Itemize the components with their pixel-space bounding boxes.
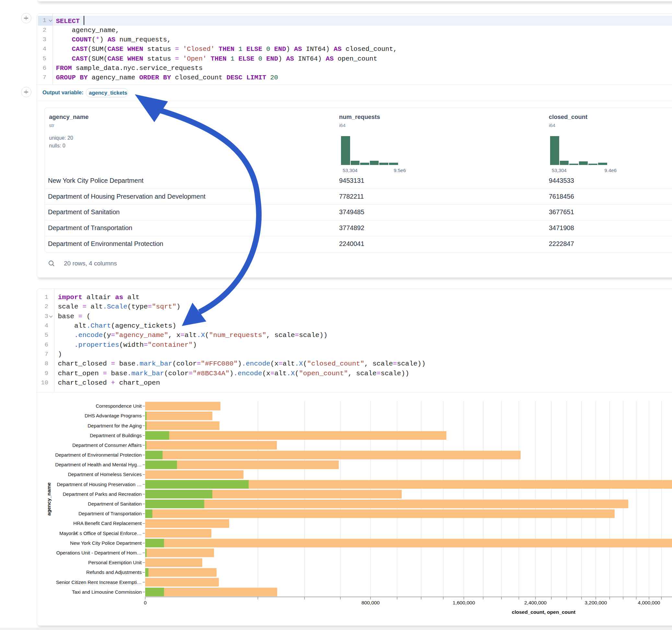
svg-text:Department of Health and Menta: Department of Health and Mental Hyg…	[55, 462, 142, 467]
svg-text:2,400,000: 2,400,000	[524, 600, 547, 605]
svg-text:Department of Transportation: Department of Transportation	[78, 511, 142, 516]
svg-text:Correspondence Unit: Correspondence Unit	[96, 403, 142, 409]
svg-text:closed_count, open_count: closed_count, open_count	[512, 609, 575, 615]
svg-text:Taxi and Limousine Commission: Taxi and Limousine Commission	[72, 589, 142, 595]
svg-text:Department of Parks and Recrea: Department of Parks and Recreation	[63, 491, 142, 497]
svg-text:Operations Unit - Department o: Operations Unit - Department of Hom…	[56, 550, 142, 555]
svg-text:Department of Buildings: Department of Buildings	[90, 433, 142, 438]
svg-text:Department of Environmental Pr: Department of Environmental Protection	[55, 452, 142, 458]
svg-text:Senior Citizen Rent Increase E: Senior Citizen Rent Increase Exempti…	[56, 579, 142, 585]
svg-text:4,000,000: 4,000,000	[638, 600, 660, 605]
svg-text:1,600,000: 1,600,000	[453, 600, 475, 605]
svg-text:Department of Homeless Service: Department of Homeless Services	[68, 471, 142, 477]
svg-text:Personal Exemption Unit: Personal Exemption Unit	[88, 560, 142, 565]
svg-text:New York City Police Departmen: New York City Police Department	[70, 540, 142, 546]
svg-text:3,200,000: 3,200,000	[584, 600, 607, 605]
svg-text:Department of Consumer Affairs: Department of Consumer Affairs	[72, 442, 142, 448]
svg-text:800,000: 800,000	[361, 600, 380, 605]
svg-text:Refunds and Adjustments: Refunds and Adjustments	[86, 570, 142, 575]
svg-text:HRA Benefit Card Replacement: HRA Benefit Card Replacement	[73, 520, 142, 526]
svg-text:Mayorâ€ s Office of Special En: Mayorâ€ s Office of Special Enforce…	[59, 531, 142, 536]
svg-text:Department of Sanitation: Department of Sanitation	[88, 501, 142, 507]
svg-text:Department of Housing Preserva: Department of Housing Preservation …	[57, 482, 142, 487]
svg-text:0: 0	[144, 600, 147, 605]
svg-text:Department for the Aging: Department for the Aging	[88, 423, 142, 429]
svg-text:agency_name: agency_name	[46, 482, 51, 516]
svg-text:DHS Advantage Programs: DHS Advantage Programs	[85, 413, 142, 418]
